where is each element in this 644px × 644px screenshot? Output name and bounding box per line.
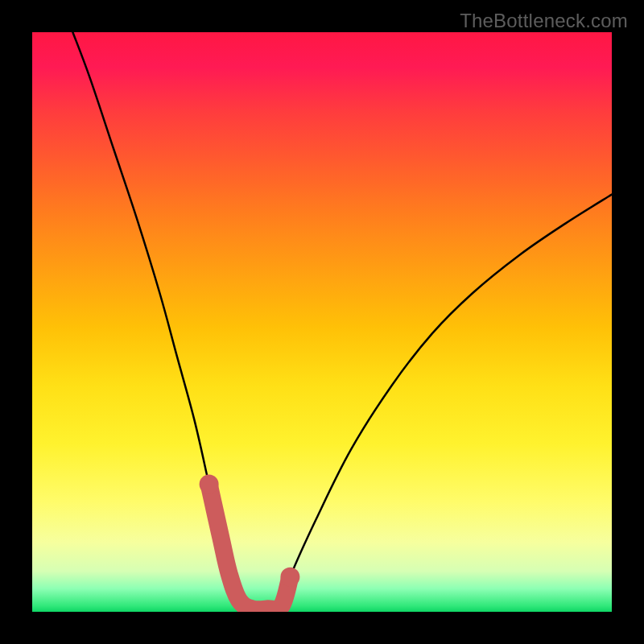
watermark-text: TheBottleneck.com (460, 10, 628, 32)
optimal-zone (200, 475, 300, 610)
optimal-zone-endpoint (200, 475, 219, 494)
optimal-zone-path (209, 485, 291, 610)
optimal-zone-endpoint (280, 568, 299, 587)
outer-frame: TheBottleneck.com (0, 0, 644, 644)
plot-area (32, 32, 612, 612)
curve-path (72, 32, 612, 612)
bottleneck-curve (72, 32, 612, 612)
curve-layer (32, 32, 612, 612)
